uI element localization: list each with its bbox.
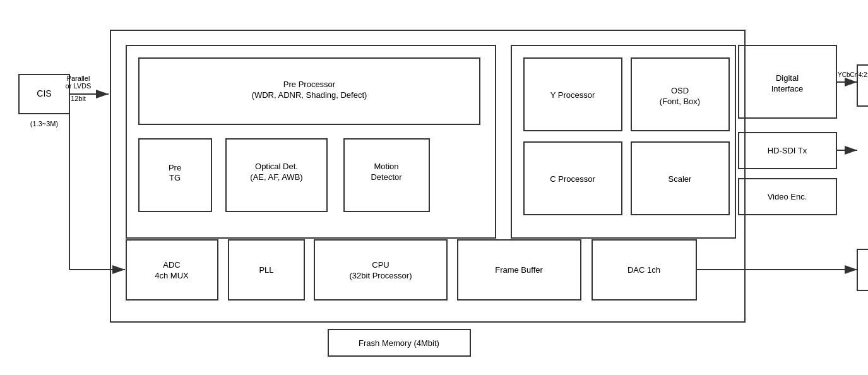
motion-line2: Detector (371, 172, 402, 182)
svg-rect-17 (739, 179, 836, 215)
svg-rect-29 (857, 249, 868, 290)
cis-label: CIS (37, 88, 51, 98)
ycbcr-label: YCbCr[4:2:2] (838, 71, 868, 78)
osd-line2: (Font, Box) (660, 97, 700, 106)
svg-rect-30 (328, 330, 470, 356)
svg-rect-6 (139, 58, 480, 124)
adc-line2: 4ch MUX (155, 271, 189, 280)
digital-interface-line1: Digital (776, 73, 799, 83)
dac-label: DAC 1ch (627, 265, 660, 275)
y-processor-label: Y Processor (550, 90, 595, 100)
svg-rect-25 (592, 240, 696, 300)
flash-label: Frash Memory (4Mbit) (359, 338, 439, 348)
svg-rect-14 (524, 142, 622, 215)
pre-processor-line2: (WDR, ADNR, Shading, Defect) (252, 90, 367, 100)
cpu-line1: CPU (372, 260, 389, 270)
video-enc-label: Video Enc. (768, 192, 807, 201)
svg-rect-12 (631, 58, 729, 131)
svg-rect-9 (344, 139, 429, 211)
svg-rect-22 (229, 240, 304, 300)
parallel-lvds-label: Parallel (67, 74, 90, 82)
adc-line1: ADC (163, 260, 180, 270)
optical-line1: Optical Det. (255, 162, 298, 171)
svg-rect-3 (19, 74, 69, 114)
pre-processor-line1: Pre Processor (283, 80, 336, 89)
svg-rect-10 (511, 45, 735, 238)
svg-rect-7 (139, 139, 211, 211)
svg-rect-11 (524, 58, 622, 131)
svg-rect-15 (631, 142, 729, 215)
svg-rect-2 (110, 30, 745, 322)
svg-rect-20 (857, 65, 868, 106)
svg-rect-23 (314, 240, 447, 300)
c-processor-label: C Processor (550, 174, 595, 184)
pre-tg-line2: TG (169, 173, 181, 182)
motion-line1: Motion (374, 162, 398, 171)
svg-rect-16 (739, 133, 836, 169)
svg-rect-5 (126, 45, 496, 238)
cpu-line2: (32bit Processor) (350, 271, 412, 280)
svg-rect-8 (226, 139, 327, 211)
svg-rect-21 (126, 240, 218, 300)
cis-size-label: (1.3~3M) (30, 120, 58, 128)
svg-rect-24 (458, 240, 581, 300)
digital-interface-line2: Interface (771, 84, 804, 93)
svg-rect-13 (739, 45, 836, 118)
optical-line2: (AE, AF, AWB) (250, 172, 302, 182)
osd-line1: OSD (671, 86, 689, 95)
frame-buffer-label: Frame Buffer (495, 265, 543, 275)
pll-label: PLL (259, 265, 273, 275)
or-lvds-label: or LVDS (66, 82, 92, 90)
12bit-label: 12bit (71, 95, 86, 102)
scaler-label: Scaler (669, 174, 693, 184)
hdsdi-label: HD-SDI Tx (768, 146, 807, 155)
pre-tg-line1: Pre (169, 163, 181, 172)
